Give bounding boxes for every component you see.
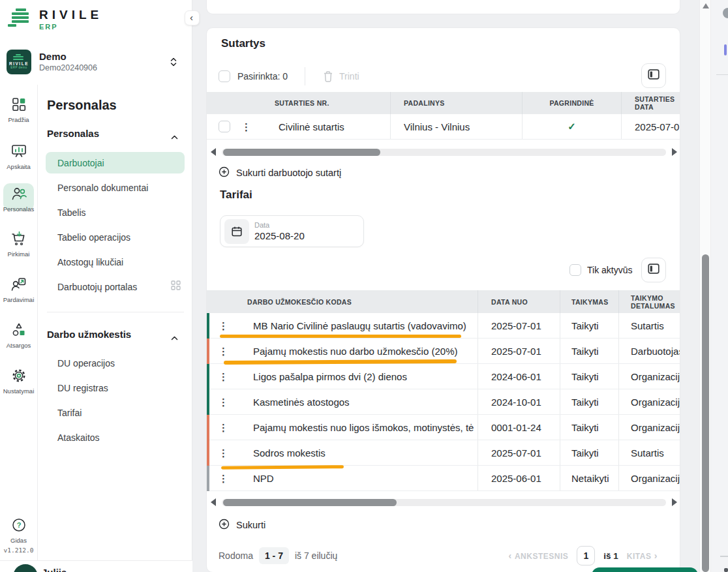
menu-section-darbo-uzmokestis[interactable]: Darbo užmokestis (47, 329, 131, 340)
sidebar-item-du-operacijos[interactable]: DU operacijos (57, 358, 181, 369)
kebab-menu-icon[interactable] (219, 474, 228, 483)
tariffs-column-settings-button[interactable] (641, 258, 666, 282)
col-header-taikymo-detalumas[interactable]: TAIKYMO DETALUMAS (619, 290, 680, 313)
contracts-column-settings-button[interactable] (641, 63, 666, 88)
delete-button[interactable]: Trinti (339, 71, 359, 82)
tariffs-table: DARBO UŽMOKESČIO KODAS DATA NUO TAIKYMAS… (207, 290, 680, 491)
chevron-up-icon (171, 130, 178, 142)
tariff-row[interactable]: Sodros mokestis 2025-07-01 Taikyti Sutar… (207, 440, 680, 466)
kebab-menu-icon[interactable] (219, 397, 228, 407)
trash-icon[interactable] (323, 70, 333, 82)
kebab-menu-icon[interactable] (241, 122, 251, 132)
sidebar-item-atostogu-likuciai[interactable]: Atostogų likučiai (57, 257, 181, 267)
user-bar[interactable]: Julija (0, 560, 192, 572)
collapse-sidebar-button[interactable] (185, 10, 200, 25)
kebab-menu-icon[interactable] (219, 346, 228, 356)
tariffs-footer: Rodoma 1 - 7 iš 7 eilučių ANKSTESNIS 1 i… (207, 541, 680, 569)
chevron-up-icon (171, 331, 178, 342)
scroll-right-icon[interactable] (672, 148, 677, 156)
rail-item-gidas[interactable]: ? Gidas (0, 517, 37, 544)
scroll-track[interactable] (222, 149, 666, 156)
chat-widget-button[interactable] (592, 567, 698, 572)
tariff-row[interactable]: Kasmetinės atostogos 2024-10-01 Taikyti … (207, 389, 680, 415)
sidebar-item-tabelio-operacijos[interactable]: Tabelio operacijos (57, 232, 181, 243)
contracts-h-scrollbar[interactable] (211, 148, 677, 156)
col-header-taikymas[interactable]: TAIKYMAS (560, 290, 619, 313)
tariff-row[interactable]: Pajamų mokestis nuo ligos išmokos, motin… (207, 415, 680, 440)
tariffs-h-scrollbar[interactable] (211, 498, 677, 506)
sidebar-item-darbuotoju-portalas[interactable]: Darbuotojų portalas (57, 282, 181, 292)
create-tariff-link[interactable]: Sukurti (219, 519, 265, 532)
brand-erp: ERP (39, 23, 102, 31)
scroll-left-icon[interactable] (211, 498, 216, 506)
sidebar-item-du-registras[interactable]: DU registras (57, 383, 181, 393)
tariff-row[interactable]: NPD 2025-06-01 Netaikyti Organizacija (207, 466, 680, 491)
previous-page-button[interactable]: ANKSTESNIS (508, 550, 568, 561)
kebab-menu-icon[interactable] (219, 448, 228, 458)
create-contract-link[interactable]: Sukurti darbuotojo sutartį (219, 166, 341, 179)
sidebar-item-tarifai[interactable]: Tarifai (57, 408, 181, 418)
col-header-du-kodas[interactable]: DARBO UŽMOKESČIO KODAS (207, 290, 478, 313)
rail-item-pardavimai[interactable]: Pardavimai (0, 277, 37, 303)
col-header-padalinys[interactable]: PADALINYS (391, 92, 523, 114)
rail-item-atsargos[interactable]: Atsargos (0, 322, 37, 349)
contract-row[interactable]: Civilinė sutartis Vilnius - Vilnius ✓ 20… (207, 114, 680, 140)
columns-icon (648, 69, 660, 82)
menu-divider (47, 312, 184, 312)
col-header-sutarties-nr[interactable]: SUTARTIES NR. (207, 92, 391, 114)
toolbar-divider (305, 67, 305, 85)
app-root: RIVILE ERP RIVILE ERP demo Demo Demo2024… (0, 0, 728, 572)
sidebar-item-personalo-dokumentai[interactable]: Personalo dokumentai (57, 183, 181, 193)
only-active-label: Tik aktyvūs (587, 265, 633, 275)
col-header-data-nuo[interactable]: DATA NUO (478, 290, 560, 313)
next-page-button[interactable]: KITAS (627, 550, 658, 561)
sidebar-item-darbuotojai[interactable]: Darbuotojai (57, 158, 181, 168)
scroll-right-icon[interactable] (672, 498, 677, 506)
rail-item-personalas[interactable]: Personalas (0, 186, 37, 213)
org-switcher[interactable]: RIVILE ERP demo Demo Demo20240906 (7, 50, 184, 76)
external-grid-icon[interactable] (171, 280, 181, 293)
kebab-menu-icon[interactable] (219, 372, 228, 382)
scroll-up-icon[interactable] (703, 3, 709, 8)
plus-circle-icon (219, 519, 230, 532)
menu-section-personalas[interactable]: Personalas (47, 128, 99, 139)
vertical-scrollbar[interactable] (699, 0, 711, 572)
previous-card-edge (206, 0, 680, 14)
contract-padalinys: Vilnius - Vilnius (391, 114, 523, 139)
col-header-pagrindine[interactable]: PAGRINDINĖ (523, 92, 622, 114)
rows-range-badge: 1 - 7 (259, 547, 289, 564)
rail-divider (37, 85, 38, 572)
contract-nr: Civilinė sutartis (279, 121, 344, 132)
kebab-menu-icon[interactable] (219, 423, 228, 432)
avatar[interactable] (13, 564, 38, 572)
sidebar: RIVILE ERP RIVILE ERP demo Demo Demo2024… (0, 0, 192, 572)
org-logo-tile: RIVILE ERP demo (7, 50, 31, 74)
rail-item-apskaita[interactable]: Apskaita (0, 142, 37, 170)
sidebar-item-ataskaitos[interactable]: Ataskaitos (57, 432, 181, 443)
scroll-thumb[interactable] (223, 499, 397, 506)
only-active-checkbox[interactable] (569, 264, 581, 276)
kebab-menu-icon[interactable] (219, 321, 228, 331)
col-header-sutarties-data[interactable]: SUTARTIES DATA (622, 92, 680, 114)
partial-avatar-icon (723, 8, 728, 18)
svg-text:?: ? (16, 521, 21, 529)
showing-label: Rodoma (219, 550, 253, 561)
tariff-row[interactable]: Ligos pašalpa pirmos dvi (2) dienos 2024… (207, 364, 680, 389)
rail-item-pirkimai[interactable]: Pirkimai (0, 231, 37, 258)
accounting-icon (10, 142, 27, 162)
date-filter-field[interactable]: Data 2025-08-20 (220, 215, 364, 247)
org-updown-icon[interactable] (170, 57, 177, 70)
page-number-input[interactable]: 1 (577, 546, 595, 565)
row-checkbox[interactable] (219, 121, 230, 132)
plus-circle-icon (219, 166, 230, 179)
rail-item-pradzia[interactable]: Pradžia (0, 97, 37, 123)
vertical-scroll-thumb[interactable] (702, 254, 709, 572)
select-all-checkbox[interactable] (219, 70, 230, 82)
scroll-track[interactable] (222, 499, 666, 506)
scroll-thumb[interactable] (223, 149, 380, 156)
sidebar-item-tabelis[interactable]: Tabelis (57, 207, 181, 218)
rivile-logo-mark (8, 8, 33, 29)
date-field-label: Data (254, 221, 269, 229)
rail-item-nustatymai[interactable]: Nustatymai (0, 368, 37, 395)
scroll-left-icon[interactable] (211, 148, 216, 156)
